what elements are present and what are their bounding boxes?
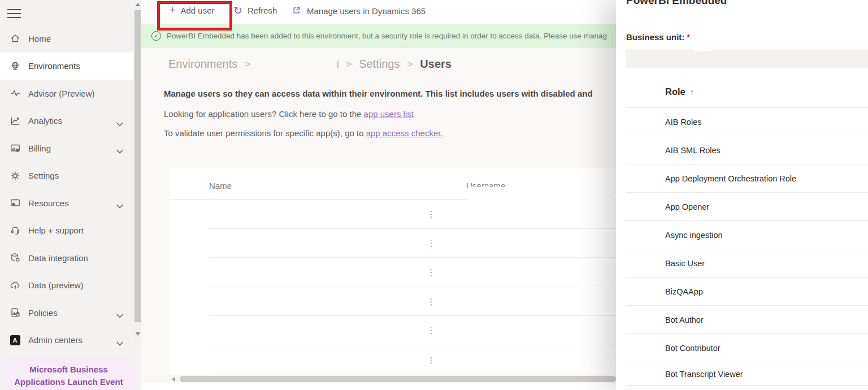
plus-icon: + xyxy=(170,5,176,15)
role-label: App Opener xyxy=(665,202,709,211)
role-row[interactable]: App Deployment Orchestration Role xyxy=(626,164,868,193)
role-row[interactable]: Basic User xyxy=(626,249,868,278)
notification-banner: ✓ PowerBI Embedded has been added to thi… xyxy=(141,24,616,48)
sidebar-item-label: Data (preview) xyxy=(28,280,84,290)
breadcrumb-separator: > xyxy=(346,59,351,70)
breadcrumb-settings[interactable]: Settings xyxy=(359,58,400,71)
refresh-label: Refresh xyxy=(248,6,277,15)
business-unit-input[interactable] xyxy=(626,49,868,68)
add-user-label: Add user xyxy=(181,6,215,15)
breadcrumb-redacted-tick xyxy=(337,60,338,68)
power-platform-admin-center: Home Environments Advisor (Preview) Anal… xyxy=(0,0,868,390)
chevron-down-icon xyxy=(116,201,123,210)
role-row[interactable]: Bot Transcript Viewer xyxy=(626,362,868,386)
sidebar-item-settings[interactable]: Settings xyxy=(0,162,133,190)
sidebar: Home Environments Advisor (Preview) Anal… xyxy=(0,0,141,390)
table-row[interactable]: ⋮ xyxy=(170,345,616,375)
table-row[interactable]: ⋮ xyxy=(170,229,616,258)
scrollbar-thumb[interactable] xyxy=(134,10,141,322)
row-more-button[interactable]: ⋮ xyxy=(425,208,437,220)
scrollbar-thumb[interactable] xyxy=(180,376,616,382)
breadcrumb-environments[interactable]: Environments xyxy=(168,58,237,71)
sidebar-item-admin-centers[interactable]: A Admin centers xyxy=(0,327,133,354)
home-icon xyxy=(9,33,21,44)
sidebar-item-label: Help + support xyxy=(28,226,84,235)
sidebar-item-home[interactable]: Home xyxy=(0,25,133,53)
role-column-header[interactable]: Role↑ xyxy=(665,86,694,97)
app-users-prefix: Looking for application users? Click her… xyxy=(164,109,364,119)
role-row[interactable]: Bot Contributor xyxy=(626,334,868,362)
scroll-down-arrow[interactable] xyxy=(136,332,140,336)
hamburger-menu-icon[interactable] xyxy=(7,9,21,18)
sidebar-item-data-preview[interactable]: Data (preview) xyxy=(0,272,133,300)
chevron-down-icon xyxy=(116,119,123,128)
sidebar-item-label: Environments xyxy=(28,61,80,71)
advisor-icon xyxy=(9,88,21,99)
role-row[interactable]: AIB Roles xyxy=(626,108,868,136)
sidebar-item-advisor[interactable]: Advisor (Preview) xyxy=(0,80,133,107)
role-label: BizQAApp xyxy=(665,287,703,296)
role-label: Bot Author xyxy=(665,315,704,324)
sidebar-item-billing[interactable]: Billing xyxy=(0,135,133,162)
app-users-list-link[interactable]: app users list xyxy=(364,109,414,119)
sidebar-item-environments[interactable]: Environments xyxy=(0,53,133,80)
sidebar-item-label: Data integration xyxy=(28,253,88,263)
chevron-down-icon xyxy=(116,146,123,155)
scroll-up-arrow[interactable] xyxy=(136,3,140,6)
role-row[interactable]: Async ingestion xyxy=(626,221,868,249)
breadcrumb-redacted-environment xyxy=(258,64,330,64)
column-header-name[interactable]: Name xyxy=(209,181,232,190)
database-icon xyxy=(9,252,21,263)
role-row[interactable]: AIB SML Roles xyxy=(626,136,868,164)
table-row[interactable]: ⋮ xyxy=(170,287,616,317)
sidebar-item-label: Policies xyxy=(28,308,58,318)
sidebar-item-data-integration[interactable]: Data integration xyxy=(0,244,133,272)
role-label: Async ingestion xyxy=(665,231,723,240)
scroll-left-arrow[interactable] xyxy=(172,377,175,382)
sort-ascending-icon: ↑ xyxy=(690,87,695,97)
table-horizontal-scrollbar[interactable] xyxy=(170,375,616,383)
manage-users-dynamics-button[interactable]: Manage users in Dynamics 365 xyxy=(292,5,426,17)
business-unit-redaction xyxy=(694,49,712,51)
role-row[interactable]: App Opener xyxy=(626,193,868,221)
row-more-button[interactable]: ⋮ xyxy=(425,353,437,366)
table-row[interactable]: ⋮ xyxy=(170,200,616,229)
role-label: App Deployment Orchestration Role xyxy=(665,174,796,183)
app-access-checker-link[interactable]: app access checker. xyxy=(366,128,443,138)
table-row[interactable]: ⋮ xyxy=(170,316,616,345)
cloud-sync-icon xyxy=(9,280,21,291)
row-more-button[interactable]: ⋮ xyxy=(425,295,437,307)
access-checker-paragraph: To validate user permissions for specifi… xyxy=(164,128,443,138)
role-label: Basic User xyxy=(665,259,705,268)
sidebar-item-resources[interactable]: Resources xyxy=(0,189,133,217)
sidebar-item-analytics[interactable]: Analytics xyxy=(0,107,133,135)
sidebar-item-label: Home xyxy=(28,34,51,44)
role-label: AIB Roles xyxy=(665,118,701,127)
sidebar-scrollbar[interactable] xyxy=(134,0,141,343)
refresh-icon: ↻ xyxy=(233,5,242,16)
main-content: Environments > > Settings > Users Manage… xyxy=(141,48,616,390)
row-more-button[interactable]: ⋮ xyxy=(425,324,437,337)
role-label: Bot Contributor xyxy=(665,344,721,353)
table-row[interactable]: ⋮ xyxy=(170,258,616,287)
breadcrumb: Environments > > Settings > Users xyxy=(168,58,452,71)
add-user-button[interactable]: + Add user xyxy=(170,5,215,15)
gear-icon xyxy=(9,170,21,181)
role-row[interactable]: Bot Author xyxy=(626,306,868,334)
promo-line: Microsoft Business xyxy=(5,363,133,376)
role-row[interactable]: BizQAApp xyxy=(626,278,868,306)
username-redaction-overlay xyxy=(468,187,615,200)
row-more-button[interactable]: ⋮ xyxy=(425,237,437,249)
row-more-button[interactable]: ⋮ xyxy=(425,266,437,279)
environments-icon xyxy=(9,60,21,72)
business-unit-label: Business unit:* xyxy=(626,32,690,42)
sidebar-item-help-support[interactable]: Help + support xyxy=(0,217,133,245)
promo-banner[interactable]: Microsoft Business Applications Launch E… xyxy=(5,357,133,390)
role-header-text: Role xyxy=(665,86,685,97)
sidebar-item-policies[interactable]: Policies xyxy=(0,299,133,327)
refresh-button[interactable]: ↻ Refresh xyxy=(233,5,277,16)
breadcrumb-separator: > xyxy=(407,59,413,70)
manage-users-label: Manage users in Dynamics 365 xyxy=(307,6,426,16)
role-label: Bot Transcript Viewer xyxy=(665,370,743,379)
sidebar-item-label: Advisor (Preview) xyxy=(28,89,95,98)
